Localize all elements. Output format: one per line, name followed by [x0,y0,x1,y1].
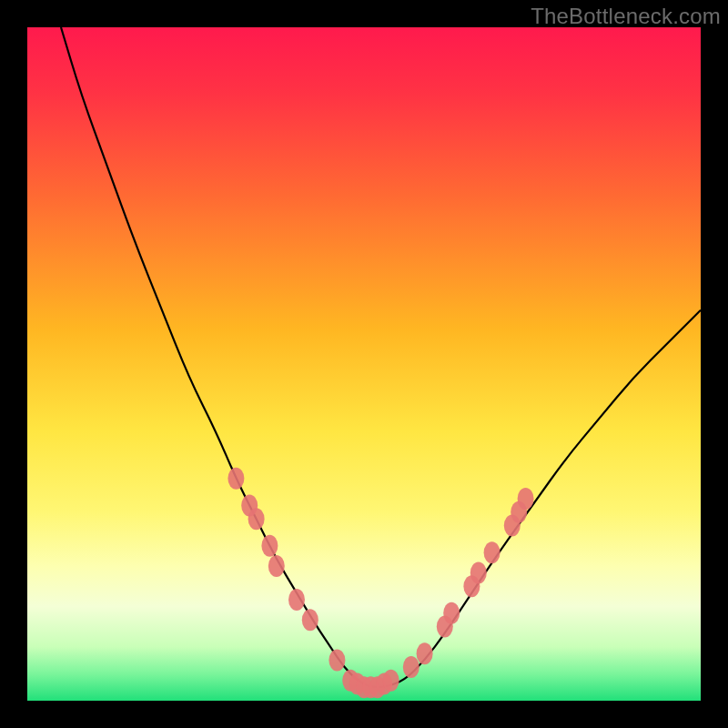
watermark-text: TheBottleneck.com [531,4,721,29]
marker-point [261,535,278,557]
marker-point [268,555,285,577]
marker-point [248,508,265,530]
marker-point [302,609,318,631]
marker-point [403,656,420,678]
marker-point [228,468,244,490]
marker-point [518,488,534,510]
plot-area [27,27,701,701]
chart-svg [27,27,701,701]
chart-frame: TheBottleneck.com [0,0,728,728]
marker-point [383,670,399,692]
gradient-background [27,27,701,701]
marker-point [288,589,305,611]
marker-point [484,541,500,563]
marker-point [329,650,345,672]
marker-point [443,602,460,624]
marker-point [417,642,433,664]
marker-point [470,561,487,583]
